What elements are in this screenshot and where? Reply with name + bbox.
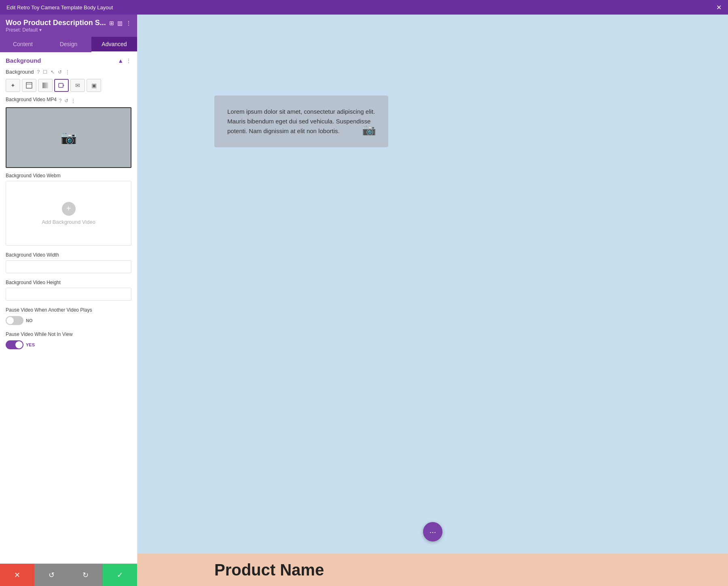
undo-icon: ↺ — [49, 571, 55, 580]
collapse-icon[interactable]: ▲ — [118, 57, 123, 64]
bg-label-row: Background ? ☐ ↖ ↺ ⋮ — [6, 69, 131, 75]
save-icon: ✓ — [117, 571, 123, 580]
body-text: Lorem ipsum dolor sit amet, consectetur … — [227, 108, 375, 134]
pause-when-another-label: Pause Video When Another Video Plays — [6, 307, 131, 313]
bg-video-width-input[interactable] — [6, 260, 131, 273]
main-content: Lorem ipsum dolor sit amet, consectetur … — [138, 15, 728, 586]
pause-while-not-in-view-label: Pause Video While Not In View — [6, 331, 131, 337]
pause-while-not-in-view-state: YES — [26, 342, 35, 347]
svg-rect-0 — [26, 83, 32, 88]
pause-while-not-in-view-container: YES — [6, 340, 131, 349]
svg-marker-4 — [63, 85, 64, 86]
title-bar: Edit Retro Toy Camera Template Body Layo… — [0, 0, 728, 15]
tab-advanced[interactable]: Advanced — [91, 37, 137, 52]
tabs: Content Design Advanced — [0, 37, 137, 52]
cancel-button[interactable]: ✕ — [0, 564, 34, 586]
bg-cursor-icon[interactable]: ↖ — [51, 69, 55, 75]
bg-more-icon[interactable]: ⋮ — [65, 69, 70, 75]
redo-icon: ↻ — [83, 571, 89, 580]
bg-device-icon[interactable]: ☐ — [43, 69, 47, 75]
undo-button[interactable]: ↺ — [34, 564, 69, 586]
product-name-text: Product Name — [214, 561, 324, 579]
bg-video-height-label: Background Video Height — [6, 280, 131, 285]
sidebar-top-row: Woo Product Description S... ⊞ ▥ ⋮ — [6, 19, 131, 27]
background-section: Background ▲ ⋮ Background ? ☐ ↖ ↺ ⋮ — [0, 52, 137, 361]
bg-video-webm-label: Background Video Webm — [6, 173, 131, 178]
section-header: Background ▲ ⋮ — [6, 57, 131, 64]
toggle-knob-2 — [15, 341, 23, 348]
widget-name: Woo Product Description S... — [6, 19, 106, 27]
bg-video-mp4-reset[interactable]: ↺ — [64, 98, 68, 104]
bg-help-icon[interactable]: ? — [37, 69, 40, 75]
bg-type-gradient[interactable] — [38, 79, 53, 92]
add-video-area[interactable]: + Add Background Video — [6, 181, 131, 246]
floating-action-button[interactable]: ··· — [423, 522, 442, 541]
bg-video-mp4-more[interactable]: ⋮ — [71, 98, 76, 104]
svg-rect-2 — [42, 83, 48, 88]
svg-rect-3 — [59, 83, 63, 87]
bg-type-buttons: ✦ ✉ ▣ — [6, 79, 131, 92]
cancel-icon: ✕ — [14, 571, 20, 580]
bg-type-video[interactable] — [54, 79, 69, 92]
camera-watermark-icon: 📷 — [362, 121, 376, 139]
bg-video-height-input[interactable] — [6, 288, 131, 301]
floating-btn-icon: ··· — [430, 527, 436, 537]
pause-when-another-toggle-row: Pause Video When Another Video Plays NO — [6, 307, 131, 325]
main-layout: Woo Product Description S... ⊞ ▥ ⋮ Prese… — [0, 15, 728, 586]
sidebar-scroll: Background ▲ ⋮ Background ? ☐ ↖ ↺ ⋮ — [0, 52, 137, 563]
bg-video-mp4-help[interactable]: ? — [59, 98, 62, 104]
copy-icon[interactable]: ⊞ — [109, 20, 114, 26]
sidebar: Woo Product Description S... ⊞ ▥ ⋮ Prese… — [0, 15, 138, 586]
pause-while-not-in-view-row: Pause Video While Not In View YES — [6, 331, 131, 349]
bg-type-classic[interactable] — [22, 79, 36, 92]
bg-label: Background — [6, 69, 34, 75]
video-preview[interactable]: 📷 — [6, 107, 131, 168]
pause-when-another-toggle[interactable] — [6, 316, 23, 325]
tab-design[interactable]: Design — [46, 37, 91, 52]
pause-when-another-state: NO — [26, 318, 33, 323]
tab-content[interactable]: Content — [0, 37, 46, 52]
bg-type-other[interactable]: ▣ — [87, 79, 101, 92]
camera-icon: 📷 — [61, 130, 77, 145]
more-icon[interactable]: ⋮ — [126, 20, 131, 26]
sidebar-header-icons: ⊞ ▥ ⋮ — [109, 20, 131, 26]
toggle-knob — [6, 317, 14, 324]
sidebar-header: Woo Product Description S... ⊞ ▥ ⋮ Prese… — [0, 15, 137, 37]
save-button[interactable]: ✓ — [103, 564, 137, 586]
section-header-right: ▲ ⋮ — [118, 57, 131, 64]
bg-video-mp4-label: Background Video MP4 — [6, 97, 57, 102]
bottom-toolbar: ✕ ↺ ↻ ✓ — [0, 563, 137, 586]
pause-when-another-container: NO — [6, 316, 131, 325]
pause-while-not-in-view-toggle[interactable] — [6, 340, 23, 349]
section-menu-icon[interactable]: ⋮ — [126, 57, 131, 64]
bg-type-slideshow[interactable]: ✉ — [70, 79, 85, 92]
layout-icon[interactable]: ▥ — [117, 20, 123, 26]
product-name-area: Product Name — [138, 554, 728, 586]
bg-video-width-label: Background Video Width — [6, 252, 131, 258]
title-bar-text: Edit Retro Toy Camera Template Body Layo… — [6, 4, 113, 11]
preset-label[interactable]: Preset: Default ▾ — [6, 27, 131, 33]
add-video-plus-icon: + — [62, 202, 76, 216]
section-title: Background — [6, 57, 41, 64]
bg-video-mp4-row: Background Video MP4 ? ↺ ⋮ — [6, 97, 131, 105]
bg-type-none[interactable]: ✦ — [6, 79, 20, 92]
content-box: Lorem ipsum dolor sit amet, consectetur … — [214, 96, 388, 147]
redo-button[interactable]: ↻ — [69, 564, 103, 586]
add-video-label: Add Background Video — [42, 219, 95, 225]
close-button[interactable]: ✕ — [716, 4, 722, 11]
bg-reset-icon[interactable]: ↺ — [58, 69, 62, 75]
